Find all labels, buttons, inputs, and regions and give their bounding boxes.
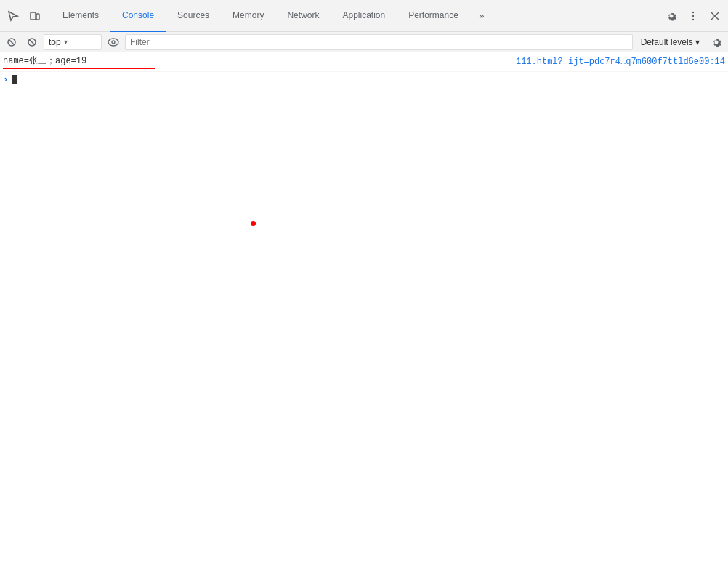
filter-input[interactable]	[130, 37, 628, 47]
tab-performance[interactable]: Performance	[397, 0, 470, 32]
red-underline-decoration	[3, 68, 155, 69]
devtools-tabs: Elements Console Sources Memory Network …	[51, 0, 650, 32]
preserve-log-button[interactable]	[105, 33, 122, 51]
filter-input-wrapper	[125, 34, 633, 50]
console-cursor	[12, 75, 17, 84]
context-arrow: ▾	[64, 38, 68, 46]
close-devtools-button[interactable]	[705, 6, 725, 26]
context-selector[interactable]: top ▾	[44, 34, 102, 50]
console-prompt-icon: ›	[3, 74, 9, 85]
console-source-link[interactable]: 111.html?_ijt=pdc7r4…q7m600f7ttld6e00:14	[516, 57, 725, 67]
console-log-entry: name=张三；age=19 111.html?_ijt=pdc7r4…q7m6…	[0, 52, 728, 72]
tab-sources[interactable]: Sources	[166, 0, 221, 32]
clear-console-button[interactable]	[3, 33, 20, 51]
svg-point-11	[108, 39, 118, 46]
svg-point-12	[112, 41, 115, 44]
more-options-button[interactable]	[683, 6, 703, 26]
default-levels-label: Default levels ▾	[641, 37, 700, 47]
console-content: name=张三；age=19 111.html?_ijt=pdc7r4…q7m6…	[0, 52, 728, 562]
svg-rect-1	[36, 14, 39, 20]
svg-line-8	[9, 40, 14, 44]
svg-rect-0	[31, 12, 36, 20]
tab-application[interactable]: Application	[331, 0, 397, 32]
tab-network[interactable]: Network	[275, 0, 331, 32]
console-settings-button[interactable]	[708, 33, 725, 51]
tab-memory[interactable]: Memory	[221, 0, 275, 32]
settings-button[interactable]	[661, 6, 682, 26]
tab-console[interactable]: Console	[110, 0, 166, 32]
svg-line-10	[29, 39, 35, 45]
svg-point-2	[692, 11, 694, 12]
devtools-toolbar: Elements Console Sources Memory Network …	[0, 0, 728, 32]
svg-point-3	[692, 15, 694, 16]
device-toolbar-button[interactable]	[25, 6, 45, 26]
red-dot-indicator	[251, 221, 256, 226]
toolbar-right-icons	[656, 6, 725, 26]
context-value: top	[49, 37, 61, 47]
default-levels-selector[interactable]: Default levels ▾	[636, 34, 705, 50]
toolbar-left-icons	[3, 6, 45, 26]
console-input-line: ›	[0, 72, 728, 87]
toolbar-separator	[658, 9, 658, 23]
svg-point-4	[692, 18, 694, 20]
console-message: name=张三；age=19	[3, 54, 510, 70]
tabs-overflow-button[interactable]: »	[470, 0, 493, 32]
console-toolbar: top ▾ Default levels ▾	[0, 32, 728, 52]
console-log-line: name=张三；age=19 111.html?_ijt=pdc7r4…q7m6…	[3, 54, 725, 70]
tab-elements[interactable]: Elements	[51, 0, 110, 32]
select-element-button[interactable]	[3, 6, 23, 26]
stop-network-button[interactable]	[23, 33, 41, 51]
